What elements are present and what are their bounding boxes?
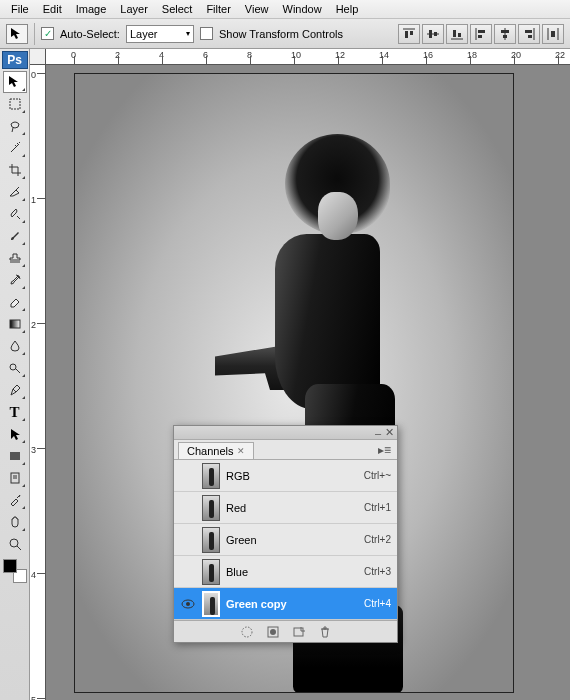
tab-close-icon[interactable]: ✕ [237, 446, 245, 456]
color-swatches[interactable] [3, 559, 27, 583]
magic-wand-tool[interactable] [3, 137, 27, 159]
align-vcenter-button[interactable] [422, 24, 444, 44]
svg-rect-22 [10, 320, 20, 328]
lasso-tool[interactable] [3, 115, 27, 137]
wand-icon [8, 141, 22, 155]
hand-icon [8, 515, 22, 529]
align-left-button[interactable] [470, 24, 492, 44]
toolbox: Ps T [0, 49, 30, 700]
show-transform-checkbox[interactable] [200, 27, 213, 40]
panel-menu-icon[interactable]: ▸≡ [378, 443, 391, 457]
horizontal-ruler[interactable]: 0246810121416182022 [46, 49, 570, 65]
menu-help[interactable]: Help [329, 1, 366, 17]
align-vcenter-icon [427, 28, 439, 40]
notes-tool[interactable] [3, 467, 27, 489]
foreground-color-swatch[interactable] [3, 559, 17, 573]
pen-tool[interactable] [3, 379, 27, 401]
separator [34, 23, 35, 45]
rectangle-tool[interactable] [3, 445, 27, 467]
svg-rect-11 [478, 35, 482, 38]
tab-channels[interactable]: Channels ✕ [178, 442, 254, 459]
eye-icon [181, 599, 195, 609]
menu-file[interactable]: File [4, 1, 36, 17]
new-icon [293, 626, 305, 638]
svg-point-31 [242, 627, 252, 637]
dodge-tool[interactable] [3, 357, 27, 379]
vertical-ruler[interactable]: 012345 [30, 65, 46, 700]
canvas-wrap: 0246810121416182022 012345 – ✕ [30, 49, 570, 700]
auto-select-checkbox[interactable]: ✓ [41, 27, 54, 40]
brush-tool[interactable] [3, 225, 27, 247]
svg-rect-1 [405, 31, 408, 38]
save-selection-button[interactable] [265, 625, 281, 639]
path-selection-tool[interactable] [3, 423, 27, 445]
menu-edit[interactable]: Edit [36, 1, 69, 17]
channel-row-blue[interactable]: Blue Ctrl+3 [174, 556, 397, 588]
show-transform-label: Show Transform Controls [219, 28, 343, 40]
new-channel-button[interactable] [291, 625, 307, 639]
brush-icon [8, 229, 22, 243]
svg-rect-17 [528, 35, 532, 38]
align-right-button[interactable] [518, 24, 540, 44]
menu-bar: File Edit Image Layer Select Filter View… [0, 0, 570, 19]
slice-tool[interactable] [3, 181, 27, 203]
canvas-area[interactable]: – ✕ Channels ✕ ▸≡ RGB Ctrl+~ [46, 65, 570, 700]
align-hcenter-button[interactable] [494, 24, 516, 44]
channel-row-green-copy[interactable]: Green copy Ctrl+4 [174, 588, 397, 620]
align-hcenter-icon [499, 28, 511, 40]
channel-thumbnail [202, 527, 220, 553]
channel-row-green[interactable]: Green Ctrl+2 [174, 524, 397, 556]
menu-window[interactable]: Window [276, 1, 329, 17]
align-top-button[interactable] [398, 24, 420, 44]
stamp-icon [8, 251, 22, 265]
eraser-tool[interactable] [3, 291, 27, 313]
slice-icon [8, 185, 22, 199]
mask-icon [267, 626, 279, 638]
menu-view[interactable]: View [238, 1, 276, 17]
type-tool[interactable]: T [3, 401, 27, 423]
eyedropper-tool[interactable] [3, 489, 27, 511]
panel-header[interactable]: – ✕ [174, 426, 397, 440]
menu-image[interactable]: Image [69, 1, 114, 17]
channel-name: Blue [226, 566, 358, 578]
svg-rect-7 [453, 30, 456, 37]
channel-row-rgb[interactable]: RGB Ctrl+~ [174, 460, 397, 492]
clone-stamp-tool[interactable] [3, 247, 27, 269]
history-brush-tool[interactable] [3, 269, 27, 291]
crop-tool[interactable] [3, 159, 27, 181]
minimize-icon[interactable]: – [375, 427, 381, 439]
delete-channel-button[interactable] [317, 625, 333, 639]
rectangular-marquee-tool[interactable] [3, 93, 27, 115]
ps-logo: Ps [2, 51, 28, 69]
svg-point-30 [186, 602, 190, 606]
svg-rect-5 [434, 32, 437, 36]
move-tool[interactable] [3, 71, 27, 93]
svg-rect-10 [478, 30, 485, 33]
visibility-toggle[interactable] [180, 599, 196, 609]
ruler-origin[interactable] [30, 49, 46, 65]
distribute-h-button[interactable] [542, 24, 564, 44]
zoom-tool[interactable] [3, 533, 27, 555]
menu-select[interactable]: Select [155, 1, 200, 17]
channel-name: Green copy [226, 598, 358, 610]
menu-filter[interactable]: Filter [199, 1, 237, 17]
gradient-tool[interactable] [3, 313, 27, 335]
workspace: Ps T 0246810121416182022 012345 [0, 49, 570, 700]
current-tool-indicator[interactable] [6, 24, 28, 44]
svg-rect-20 [551, 31, 555, 37]
channel-thumbnail [202, 495, 220, 521]
auto-select-dropdown[interactable]: Layer ▾ [126, 25, 194, 43]
channel-list: RGB Ctrl+~ Red Ctrl+1 Green Ctrl+2 [174, 460, 397, 620]
close-icon[interactable]: ✕ [385, 426, 394, 439]
load-selection-button[interactable] [239, 625, 255, 639]
svg-rect-2 [410, 31, 413, 35]
blur-tool[interactable] [3, 335, 27, 357]
menu-layer[interactable]: Layer [113, 1, 155, 17]
hand-tool[interactable] [3, 511, 27, 533]
channels-panel[interactable]: – ✕ Channels ✕ ▸≡ RGB Ctrl+~ [173, 425, 398, 643]
align-bottom-button[interactable] [446, 24, 468, 44]
channel-row-red[interactable]: Red Ctrl+1 [174, 492, 397, 524]
healing-brush-tool[interactable] [3, 203, 27, 225]
svg-rect-21 [10, 99, 20, 109]
auto-select-value: Layer [130, 28, 158, 40]
